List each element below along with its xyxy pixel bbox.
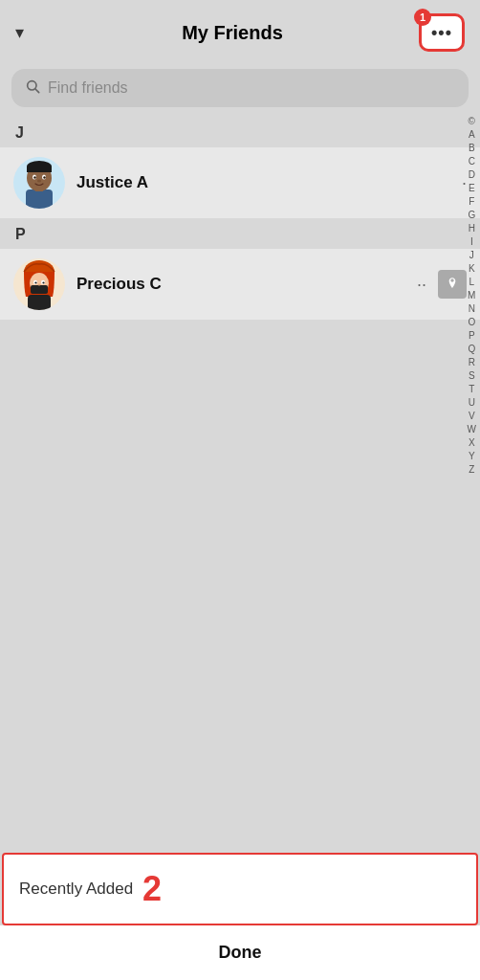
svg-point-18 bbox=[42, 281, 44, 283]
alpha-d[interactable]: D bbox=[469, 168, 475, 181]
svg-rect-20 bbox=[28, 295, 51, 310]
recently-added-count: 2 bbox=[142, 872, 162, 906]
alpha-f[interactable]: F bbox=[469, 195, 474, 208]
recently-added-row[interactable]: Recently Added 2 bbox=[2, 853, 478, 925]
alpha-o[interactable]: O bbox=[468, 316, 475, 328]
alpha-k[interactable]: K bbox=[469, 262, 475, 275]
alpha-n[interactable]: N bbox=[469, 302, 475, 315]
svg-point-10 bbox=[43, 176, 45, 178]
alpha-v[interactable]: V bbox=[469, 410, 475, 422]
friend-options-precious[interactable]: ·· bbox=[417, 275, 426, 295]
alpha-z[interactable]: Z bbox=[469, 463, 474, 476]
chevron-down-icon[interactable]: ▾ bbox=[15, 22, 46, 43]
friend-name-precious: Precious C bbox=[76, 275, 402, 294]
alpha-x[interactable]: X bbox=[469, 436, 475, 449]
more-dots-icon: ••• bbox=[431, 23, 452, 43]
svg-point-19 bbox=[38, 284, 41, 286]
svg-line-1 bbox=[35, 89, 39, 93]
bottom-section: Recently Added 2 Done bbox=[0, 853, 480, 980]
alphabet-index: © A B C D E F G H I J K L M N O P Q R S … bbox=[468, 115, 476, 476]
alpha-u[interactable]: U bbox=[469, 396, 475, 409]
alpha-c[interactable]: C bbox=[469, 155, 475, 167]
avatar-justice bbox=[13, 157, 65, 209]
svg-point-17 bbox=[34, 281, 36, 283]
search-bar[interactable]: Find friends bbox=[11, 69, 469, 107]
svg-rect-14 bbox=[31, 285, 48, 294]
alpha-p[interactable]: P bbox=[469, 329, 475, 342]
alpha-e[interactable]: E bbox=[469, 182, 475, 194]
recently-added-label: Recently Added bbox=[19, 880, 133, 899]
section-label-j: J bbox=[0, 119, 480, 145]
svg-point-9 bbox=[33, 176, 35, 178]
svg-point-11 bbox=[37, 180, 41, 183]
alpha-h[interactable]: H bbox=[469, 222, 475, 234]
friend-row-justice[interactable]: Justice A · bbox=[0, 147, 480, 218]
svg-rect-2 bbox=[26, 189, 53, 209]
svg-rect-6 bbox=[27, 167, 52, 172]
header: ▾ My Friends 1 ••• bbox=[0, 0, 480, 65]
alpha-g[interactable]: G bbox=[468, 209, 475, 221]
page-title: My Friends bbox=[46, 22, 419, 44]
alpha-j[interactable]: J bbox=[469, 249, 474, 261]
alpha-b[interactable]: B bbox=[469, 142, 475, 154]
friend-options-justice[interactable]: · bbox=[462, 173, 467, 193]
alpha-t[interactable]: T bbox=[469, 383, 474, 395]
alpha-r[interactable]: R bbox=[469, 356, 475, 368]
search-icon bbox=[25, 78, 40, 98]
pin-icon[interactable] bbox=[438, 270, 467, 299]
avatar-precious bbox=[13, 258, 65, 310]
menu-badge: 1 bbox=[414, 9, 431, 26]
section-label-p: P bbox=[0, 220, 480, 247]
alpha-q[interactable]: Q bbox=[468, 343, 475, 355]
alpha-w[interactable]: W bbox=[468, 423, 476, 435]
alpha-i[interactable]: I bbox=[470, 235, 473, 248]
search-placeholder: Find friends bbox=[48, 79, 128, 97]
menu-button[interactable]: 1 ••• bbox=[419, 13, 465, 52]
friend-row-precious[interactable]: Precious C ·· bbox=[0, 249, 480, 320]
friend-name-justice: Justice A bbox=[76, 173, 447, 192]
alpha-a[interactable]: A bbox=[469, 128, 475, 141]
alpha-s[interactable]: S bbox=[469, 369, 475, 382]
alpha-m[interactable]: M bbox=[468, 289, 475, 301]
alpha-copyright[interactable]: © bbox=[469, 115, 475, 127]
alpha-l[interactable]: L bbox=[469, 276, 474, 288]
done-button[interactable]: Done bbox=[0, 925, 480, 980]
alpha-y[interactable]: Y bbox=[469, 450, 475, 462]
